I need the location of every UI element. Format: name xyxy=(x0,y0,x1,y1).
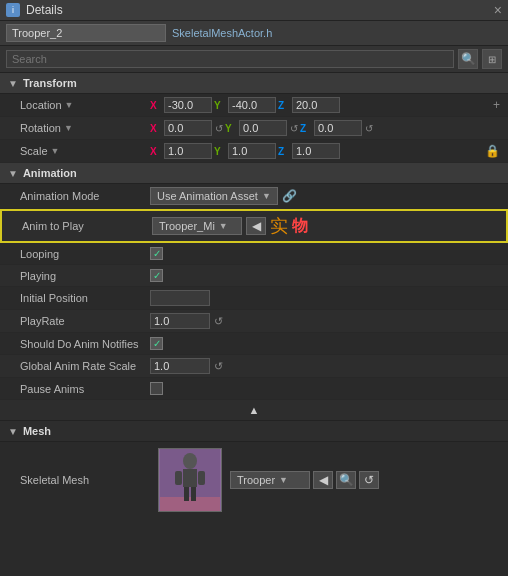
animation-section-header[interactable]: ▼ Animation xyxy=(0,163,508,184)
trooper-thumbnail-svg xyxy=(160,449,220,511)
anim-to-play-dropdown[interactable]: Trooper_Mi ▼ xyxy=(152,217,242,235)
location-y-input[interactable] xyxy=(228,97,276,113)
rotation-z-input[interactable] xyxy=(314,120,362,136)
playing-checkbox[interactable]: ✓ xyxy=(150,269,163,282)
up-arrow-icon[interactable]: ▲ xyxy=(249,404,260,416)
title-bar: i Details × xyxy=(0,0,508,21)
mesh-thumbnail xyxy=(158,448,222,512)
rotation-y-input[interactable] xyxy=(239,120,287,136)
anim-to-play-label: Anim to Play xyxy=(22,220,84,232)
global-anim-rate-reset-icon[interactable]: ↺ xyxy=(214,360,223,373)
rotation-y-label: Y xyxy=(225,123,237,134)
skeletal-mesh-search[interactable]: 🔍 xyxy=(336,471,356,489)
location-z-input[interactable] xyxy=(292,97,340,113)
transform-section-header[interactable]: ▼ Transform xyxy=(0,73,508,94)
scale-x-input[interactable] xyxy=(164,143,212,159)
transform-collapse-arrow: ▼ xyxy=(8,78,18,89)
animation-mode-arrow: ▼ xyxy=(262,191,271,201)
rotation-label: Rotation xyxy=(20,122,61,134)
pause-anims-checkbox[interactable] xyxy=(150,382,163,395)
animation-mode-label: Animation Mode xyxy=(20,190,100,202)
anim-notifies-checkbox[interactable]: ✓ xyxy=(150,337,163,350)
rotation-y-reset[interactable]: ↺ xyxy=(290,123,298,134)
animation-mode-value: Use Animation Asset xyxy=(157,190,258,202)
looping-row: Looping ✓ xyxy=(0,243,508,265)
object-row: SkeletalMeshActor.h xyxy=(0,21,508,46)
animation-collapse-arrow: ▼ xyxy=(8,168,18,179)
object-name-input[interactable] xyxy=(6,24,166,42)
transform-section-title: Transform xyxy=(23,77,77,89)
skeletal-mesh-value: Trooper xyxy=(237,474,275,486)
details-icon: i xyxy=(6,3,20,17)
looping-label: Looping xyxy=(20,248,59,260)
location-z-label: Z xyxy=(278,100,290,111)
play-rate-label: PlayRate xyxy=(20,315,65,327)
pause-anims-label: Pause Anims xyxy=(20,383,84,395)
playing-row: Playing ✓ xyxy=(0,265,508,287)
mesh-section-header[interactable]: ▼ Mesh xyxy=(0,421,508,442)
skeletal-mesh-arrow: ▼ xyxy=(279,475,288,485)
global-anim-rate-input[interactable] xyxy=(150,358,210,374)
skeletal-mesh-row: Skeletal Mesh Trooper ▼ ◀ 🔍 ↺ xyxy=(0,442,508,518)
global-anim-rate-row: Global Anim Rate Scale ↺ xyxy=(0,355,508,378)
animation-mode-dropdown[interactable]: Use Animation Asset ▼ xyxy=(150,187,278,205)
scale-y-label: Y xyxy=(214,146,226,157)
scale-label: Scale xyxy=(20,145,48,157)
initial-position-label: Initial Position xyxy=(20,292,88,304)
object-class-label: SkeletalMeshActor.h xyxy=(172,27,272,39)
mesh-collapse-arrow: ▼ xyxy=(8,426,18,437)
svg-point-2 xyxy=(183,453,197,469)
scale-z-label: Z xyxy=(278,146,290,157)
rotation-z-reset[interactable]: ↺ xyxy=(365,123,373,134)
scale-lock-icon: 🔒 xyxy=(485,144,500,158)
location-arrow: ▼ xyxy=(65,100,74,110)
play-rate-row: PlayRate ↺ xyxy=(0,310,508,333)
anim-notifies-row: Should Do Anim Notifies ✓ xyxy=(0,333,508,355)
panel-title: Details xyxy=(26,3,63,17)
mesh-section-title: Mesh xyxy=(23,425,51,437)
svg-rect-4 xyxy=(175,471,182,485)
skeletal-mesh-nav-back[interactable]: ◀ xyxy=(313,471,333,489)
play-rate-input[interactable] xyxy=(150,313,210,329)
grid-view-button[interactable]: ⊞ xyxy=(482,49,502,69)
up-arrow-row: ▲ xyxy=(0,400,508,421)
anim-extra-icon: 物 xyxy=(292,216,308,237)
search-row: 🔍 ⊞ xyxy=(0,46,508,73)
scale-y-input[interactable] xyxy=(228,143,276,159)
location-label: Location xyxy=(20,99,62,111)
anim-to-play-arrow: ▼ xyxy=(219,221,228,231)
rotation-z-label: Z xyxy=(300,123,312,134)
animation-mode-link-icon[interactable]: 🔗 xyxy=(282,189,297,203)
scale-z-input[interactable] xyxy=(292,143,340,159)
anim-to-play-value: Trooper_Mi xyxy=(159,220,215,232)
anim-highlight-icon[interactable]: 实 xyxy=(270,214,288,238)
anim-to-play-row: Anim to Play Trooper_Mi ▼ ◀ 实 物 xyxy=(0,209,508,243)
svg-rect-5 xyxy=(198,471,205,485)
skeletal-mesh-dropdown[interactable]: Trooper ▼ xyxy=(230,471,310,489)
location-x-label: X xyxy=(150,100,162,111)
svg-rect-7 xyxy=(191,487,196,501)
global-anim-rate-label: Global Anim Rate Scale xyxy=(20,360,136,372)
rotation-row: Rotation ▼ X ↺ Y ↺ Z ↺ xyxy=(0,117,508,140)
skeletal-mesh-refresh[interactable]: ↺ xyxy=(359,471,379,489)
search-input[interactable] xyxy=(6,50,454,68)
animation-section-title: Animation xyxy=(23,167,77,179)
close-button[interactable]: × xyxy=(494,3,502,17)
anim-nav-back-button[interactable]: ◀ xyxy=(246,217,266,235)
search-button[interactable]: 🔍 xyxy=(458,49,478,69)
initial-position-row: Initial Position xyxy=(0,287,508,310)
play-rate-reset-icon[interactable]: ↺ xyxy=(214,315,223,328)
animation-mode-row: Animation Mode Use Animation Asset ▼ 🔗 xyxy=(0,184,508,209)
scale-arrow: ▼ xyxy=(51,146,60,156)
rotation-x-label: X xyxy=(150,123,162,134)
initial-position-input[interactable] xyxy=(150,290,210,306)
svg-rect-1 xyxy=(160,497,220,511)
svg-rect-3 xyxy=(183,469,197,487)
looping-checkbox[interactable]: ✓ xyxy=(150,247,163,260)
rotation-x-input[interactable] xyxy=(164,120,212,136)
rotation-x-reset[interactable]: ↺ xyxy=(215,123,223,134)
rotation-arrow: ▼ xyxy=(64,123,73,133)
scale-row: Scale ▼ X Y Z 🔒 xyxy=(0,140,508,163)
location-lock-icon: + xyxy=(493,98,500,112)
location-x-input[interactable] xyxy=(164,97,212,113)
